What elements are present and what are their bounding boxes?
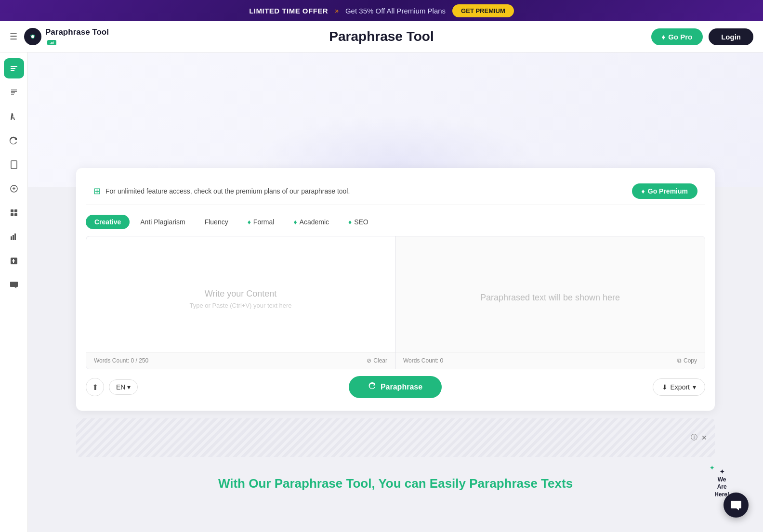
sidebar — [0, 52, 28, 532]
premium-info-text: For unlimited feature access, check out … — [105, 187, 350, 195]
login-button[interactable]: Login — [709, 28, 753, 45]
output-footer: Words Count: 0 ⧉ Copy — [395, 352, 705, 369]
premium-diamond-icon: ♦ — [642, 187, 645, 195]
main-layout: ⊞ For unlimited feature access, check ou… — [0, 52, 763, 532]
input-word-count: Words Count: 0 / 250 — [94, 357, 148, 364]
logo-badge: .ai — [47, 40, 56, 45]
logo-icon — [24, 28, 41, 45]
ad-banner: ⓘ ✕ — [76, 418, 715, 457]
sidebar-item-essay[interactable] — [4, 155, 24, 175]
action-bar: ⬆ EN ▾ Paraphrase ⬇ — [86, 369, 705, 401]
tab-fluency[interactable]: Fluency — [196, 215, 237, 229]
svg-rect-7 — [14, 213, 17, 216]
diamond-icon: ♦ — [662, 33, 666, 41]
sidebar-item-ai[interactable] — [4, 179, 24, 199]
sidebar-item-grammar[interactable] — [4, 106, 24, 127]
grid-icon: ⊞ — [93, 186, 101, 196]
ad-info-button[interactable]: ⓘ — [691, 433, 697, 442]
sidebar-item-analytics[interactable] — [4, 227, 24, 247]
output-panel: Paraphrased text will be shown here Word… — [395, 236, 705, 369]
export-button[interactable]: ⬇ Export ▾ — [653, 378, 705, 396]
go-premium-button[interactable]: ♦ Go Premium — [632, 183, 697, 199]
export-chevron-icon: ▾ — [693, 383, 696, 391]
banner-description: Get 35% Off All Premium Plans — [345, 7, 446, 15]
tab-seo[interactable]: ♦ SEO — [340, 215, 377, 229]
header-right: ♦ Go Pro Login — [651, 28, 754, 45]
paraphrase-icon — [368, 382, 377, 392]
tab-academic[interactable]: ♦ Academic — [285, 215, 338, 229]
footer-highlight: Paraphrase Texts — [469, 476, 573, 491]
upload-icon: ⬆ — [92, 383, 98, 392]
export-icon: ⬇ — [662, 383, 668, 391]
chevron-down-icon: ▾ — [127, 383, 131, 391]
seo-premium-icon: ♦ — [348, 218, 352, 226]
mode-tabs: Creative Anti Plagiarism Fluency ♦ Forma… — [86, 212, 705, 236]
tab-creative[interactable]: Creative — [86, 215, 130, 229]
premium-info-bar: ⊞ For unlimited feature access, check ou… — [86, 178, 705, 205]
tab-anti-plagiarism[interactable]: Anti Plagiarism — [132, 215, 194, 229]
svg-rect-6 — [11, 213, 13, 216]
banner-offer-text: LIMITED TIME OFFER — [249, 7, 328, 15]
logo-text: Paraphrase Tool — [45, 27, 109, 37]
copy-button[interactable]: ⧉ Copy — [677, 357, 697, 364]
formal-premium-icon: ♦ — [248, 218, 251, 226]
sidebar-item-summarize[interactable] — [4, 82, 24, 103]
svg-point-1 — [31, 35, 34, 38]
bottom-left-controls: ⬆ EN ▾ — [86, 378, 138, 396]
input-placeholder-main: Write your Content — [205, 289, 277, 299]
copy-icon: ⧉ — [677, 357, 682, 364]
page-title: Paraphrase Tool — [329, 29, 434, 44]
text-areas-container: Write your Content Type or Paste (Ctrl+V… — [86, 236, 705, 369]
hamburger-icon[interactable]: ☰ — [10, 31, 17, 42]
academic-premium-icon: ♦ — [293, 218, 297, 226]
sidebar-item-rewrite[interactable] — [4, 130, 24, 151]
ad-close-button[interactable]: ✕ — [701, 433, 707, 442]
sidebar-item-citations[interactable] — [4, 251, 24, 271]
output-content: Paraphrased text will be shown here — [395, 236, 705, 352]
input-panel: Write your Content Type or Paste (Ctrl+V… — [86, 236, 395, 369]
language-selector[interactable]: EN ▾ — [109, 379, 138, 395]
header-left: ☰ Paraphrase Tool .ai — [10, 27, 109, 46]
output-word-count: Words Count: 0 — [403, 357, 443, 364]
go-pro-button[interactable]: ♦ Go Pro — [651, 28, 703, 45]
paraphrase-button[interactable]: Paraphrase — [349, 376, 442, 398]
clear-icon: ⊘ — [367, 357, 371, 364]
input-placeholder-sub: Type or Paste (Ctrl+V) your text here — [189, 302, 291, 309]
upload-button[interactable]: ⬆ — [86, 378, 104, 396]
header: ☰ Paraphrase Tool .ai Paraphrase Tool ♦ … — [0, 21, 763, 52]
logo: Paraphrase Tool .ai — [24, 27, 109, 46]
footer-heading: With Our Paraphrase Tool, You can Easily… — [28, 457, 763, 501]
clear-button[interactable]: ⊘ Clear — [367, 357, 387, 364]
sidebar-item-paraphrase[interactable] — [4, 58, 24, 78]
top-banner: LIMITED TIME OFFER » Get 35% Off All Pre… — [0, 0, 763, 21]
input-footer: Words Count: 0 / 250 ⊘ Clear — [86, 352, 395, 369]
chat-widget: ✦ We AreHere! — [724, 493, 749, 518]
input-content[interactable]: Write your Content Type or Paste (Ctrl+V… — [86, 236, 395, 352]
language-value: EN — [116, 383, 125, 391]
sidebar-item-research[interactable] — [4, 203, 24, 223]
bg-decoration — [28, 52, 763, 187]
tab-formal[interactable]: ♦ Formal — [239, 215, 283, 229]
svg-rect-4 — [11, 209, 13, 212]
banner-arrows: » — [335, 7, 339, 14]
tool-container: ⊞ For unlimited feature access, check ou… — [76, 168, 715, 411]
get-premium-button[interactable]: GET PREMIUM — [452, 4, 514, 17]
we-are-here-text: ✦ We AreHere! — [714, 468, 729, 498]
main-content: ⊞ For unlimited feature access, check ou… — [28, 52, 763, 532]
svg-rect-2 — [11, 161, 17, 169]
sidebar-item-chat[interactable] — [4, 275, 24, 295]
svg-rect-5 — [14, 209, 17, 212]
output-placeholder: Paraphrased text will be shown here — [480, 293, 620, 303]
